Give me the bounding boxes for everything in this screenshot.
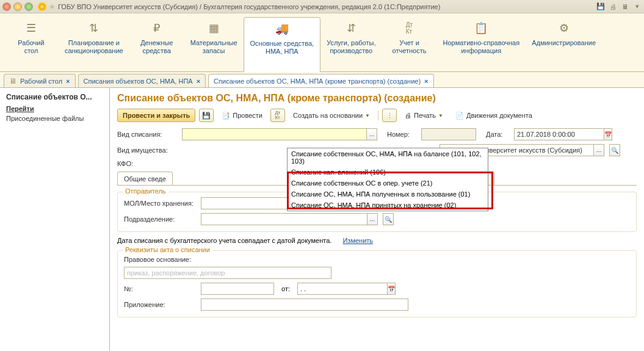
date-label: Дата: [486,131,510,138]
print-icon[interactable] [609,2,617,11]
print-button[interactable]: Печать▼ [400,109,447,122]
navigation-panel: Списание объектов О... Перейти Присоедин… [0,88,110,351]
type-select-button[interactable]: … [366,128,377,140]
dropdown-item[interactable]: Списание кап. вложений (106) [288,167,488,178]
note-text: Дата списания с бухгалтерского учета сов… [117,237,331,244]
dept-select-button[interactable]: … [367,213,378,225]
attach-label: Приложение: [124,301,197,308]
desktop-tab-icon: 🖥 [9,77,16,85]
property-label: Вид имущества: [117,147,178,154]
tab-bar: 🖥Рабочий стол× Списания объектов ОС, НМА… [0,72,644,88]
services-icon: ⇵ [344,21,358,35]
nav-link-files[interactable]: Присоединенные файлы [6,115,103,122]
tab-close-icon[interactable]: × [66,78,70,85]
dept-label: Подразделение: [124,215,197,223]
section-desktop[interactable]: ☰Рабочий стол [4,17,59,71]
chevron-down-icon: ▼ [365,113,370,118]
app-logo-icon [38,2,46,11]
section-accounting[interactable]: ДтКтУчет и отчетность [382,17,436,71]
create-based-button[interactable]: Создать на основании▼ [289,109,374,122]
work-area: Списание объектов О... Перейти Присоедин… [0,88,644,351]
act-num-label: №: [124,285,197,292]
from-date-input[interactable] [297,283,387,295]
save-icon[interactable] [596,2,605,11]
section-services[interactable]: ⇵Услуги, работы, производство [320,17,382,71]
type-label: Вид списания: [117,131,178,138]
attach-input[interactable] [201,299,408,311]
favorite-star-icon[interactable] [49,2,58,11]
date-input[interactable] [514,128,604,140]
truck-icon: 🚚 [275,21,289,36]
tab-desktop[interactable]: 🖥Рабочий стол× [4,74,76,87]
sender-legend: Отправитель [123,187,168,195]
window-close-icon[interactable] [2,2,11,11]
gear-icon: ⚙ [557,21,571,35]
act-group: Реквизиты акта о списании Правовое основ… [117,250,637,317]
tab-list[interactable]: Списания объектов ОС, НМА, НПА× [78,74,206,87]
act-legend: Реквизиты акта о списании [123,246,212,253]
window-title: ГОБУ ВПО Университет искусств (Субсидия)… [58,3,596,10]
post-icon: 📑 [222,112,230,120]
post-button[interactable]: 📑Провести [217,109,267,122]
legal-label: Правовое основание: [124,256,197,263]
tab-document[interactable]: Списание объектов ОС, НМА, НПА (кроме тр… [208,74,433,87]
kfo-label: КФО: [117,160,178,167]
dropdown-item[interactable]: Списание ОС, НМА, НПА полученных в польз… [288,189,488,200]
act-num-input[interactable] [201,283,274,295]
extra-button[interactable]: ⋮ [382,109,397,122]
number-label: Номер: [387,131,418,138]
type-dropdown: Списание собственных ОС, НМА, НПА на бал… [287,148,488,211]
menu-icon[interactable]: ▾ [633,2,642,11]
movements-icon: 📄 [455,112,464,120]
section-planning[interactable]: ⇅Планирование и санкционирование [59,17,129,71]
save-button[interactable] [199,109,214,122]
window-maximize-icon[interactable] [24,2,33,11]
mol-label: МОЛ/Место хранения: [124,200,197,207]
tab-close-icon[interactable]: × [197,78,200,85]
command-bar: Провести и закрыть 📑Провести ДтКт Создат… [117,109,637,122]
section-fixed-assets[interactable]: 🚚Основные средства, НМА, НПА [244,17,321,72]
calendar-button[interactable] [604,128,612,140]
tab-close-icon[interactable]: × [424,78,428,85]
dropdown-item[interactable]: Списание собственных ОС в опер. учете (2… [288,178,488,189]
nav-link-go[interactable]: Перейти [6,105,103,112]
document-area: Списание объектов ОС, НМА, НПА (кроме тр… [110,88,644,351]
desktop-icon: ☰ [24,21,38,35]
dept-open-button[interactable] [383,213,394,225]
calculator-icon[interactable]: 🖩 [621,2,629,11]
change-link[interactable]: Изменить [342,237,373,244]
legal-input[interactable] [124,267,331,279]
nav-title: Списание объектов О... [6,93,103,101]
money-icon: ₽ [150,21,164,35]
dept-input[interactable] [201,213,367,225]
from-label: от: [281,285,290,292]
dropdown-item[interactable]: Списание собственных ОС, НМА, НПА на бал… [288,148,488,167]
section-toolbar: ☰Рабочий стол ⇅Планирование и санкционир… [0,13,644,72]
section-materials[interactable]: ▦Материальные запасы [184,17,244,71]
materials-icon: ▦ [206,21,221,35]
type-input[interactable] [182,128,366,140]
titlebar: ГОБУ ВПО Университет искусств (Субсидия)… [0,0,644,13]
dtkt-button[interactable]: ДтКт [270,109,285,122]
subtab-general[interactable]: Общие сведе [117,172,173,185]
document-title: Списание объектов ОС, НМА, НПА (кроме тр… [117,93,637,104]
dropdown-item[interactable]: Списание ОС, НМА, НПА принятых на хранен… [288,200,488,211]
dtkt-icon: ДтКт [402,21,416,35]
section-reference[interactable]: 📋Нормативно-справочная информация [436,17,526,71]
window-minimize-icon[interactable] [13,2,22,11]
section-admin[interactable]: ⚙Администрирование [526,17,602,71]
from-date-button[interactable] [387,283,396,295]
section-money[interactable]: ₽Денежные средства [129,17,184,71]
chevron-down-icon: ▼ [438,113,443,118]
org-open-button[interactable] [609,144,620,156]
reference-icon: 📋 [474,21,488,35]
number-input[interactable] [421,128,476,140]
movements-button[interactable]: 📄Движения документа [451,109,537,122]
printer-icon [405,112,411,119]
post-and-close-button[interactable]: Провести и закрыть [117,109,195,122]
planning-icon: ⇅ [87,21,101,35]
org-select-button[interactable]: … [593,144,604,156]
